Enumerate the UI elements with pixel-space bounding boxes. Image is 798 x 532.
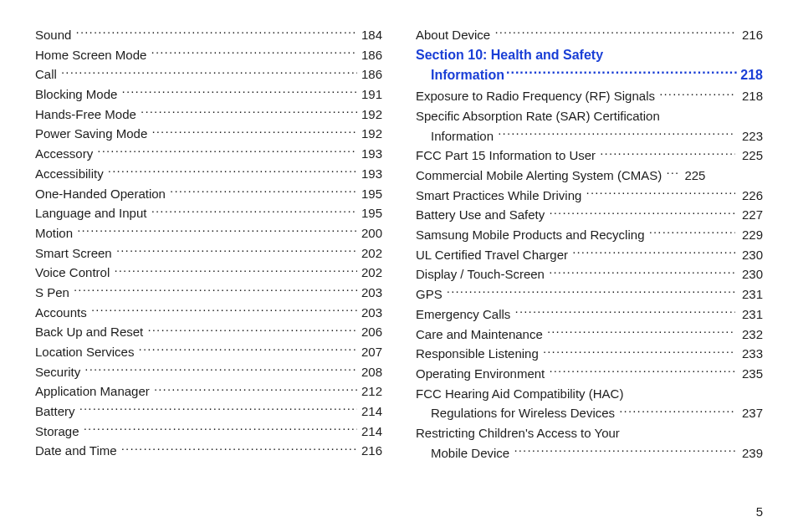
toc-entry[interactable]: Language and Input 195 — [35, 203, 382, 223]
toc-entry[interactable]: About Device 216 — [416, 25, 763, 45]
toc-entry-page: 226 — [736, 186, 763, 206]
toc-entry-label: Battery Use and Safety — [416, 205, 548, 225]
toc-entry[interactable]: Mobile Device 239 — [416, 443, 763, 463]
toc-entry[interactable]: Exposure to Radio Frequency (RF) Signals… — [416, 86, 763, 106]
section-header-line2[interactable]: Information 218 — [416, 65, 763, 86]
toc-entry-page: 230 — [736, 264, 763, 284]
toc-entry-page: 195 — [358, 184, 382, 204]
toc-entry[interactable]: One-Handed Operation 195 — [35, 184, 382, 204]
toc-entry-label: Voice Control — [35, 263, 113, 283]
page-number: 5 — [756, 504, 763, 519]
section-header-label: Information — [431, 65, 504, 86]
toc-entry-page: 231 — [736, 304, 763, 325]
toc-entry[interactable]: Information 223 — [416, 126, 763, 146]
toc-entry[interactable]: Accessory 193 — [35, 144, 382, 164]
toc-dots — [619, 405, 735, 417]
toc-dots — [141, 106, 357, 119]
toc-dots — [116, 245, 357, 258]
toc-dots — [170, 186, 357, 198]
toc-entry-page: 193 — [358, 164, 382, 184]
toc-entry-page: 230 — [736, 245, 763, 265]
toc-dots — [151, 47, 357, 59]
toc-entry-label: Responsible Listening — [416, 344, 542, 364]
toc-entry-page: 202 — [358, 243, 382, 263]
toc-entry-page: 214 — [358, 422, 382, 442]
toc-entry-label: Location Services — [35, 342, 138, 362]
toc-dots — [154, 383, 357, 396]
toc-entry-label: Emergency Calls — [416, 304, 514, 325]
toc-dots — [122, 86, 357, 99]
toc-entry[interactable]: Smart Practices While Driving 226 — [416, 186, 763, 206]
toc-entry[interactable]: Smart Screen 202 — [35, 243, 382, 263]
toc-entry-label: UL Certified Travel Charger — [416, 245, 571, 265]
toc-entry-label: Operating Environment — [416, 364, 548, 384]
toc-entry-label: Storage — [35, 422, 83, 442]
toc-dots — [547, 326, 735, 339]
section-header-dots — [506, 66, 739, 79]
toc-entry-label: Accessory — [35, 144, 96, 164]
section-header-line1[interactable]: Section 10: Health and Safety — [416, 45, 763, 66]
toc-entry-page: 232 — [736, 325, 763, 345]
toc-entry[interactable]: Commercial Mobile Alerting System (CMAS)… — [416, 166, 763, 186]
toc-entry[interactable]: Location Services 207 — [35, 342, 382, 362]
toc-entry-page: 216 — [736, 25, 763, 45]
toc-entry-page: 235 — [736, 364, 763, 384]
toc-entry[interactable]: Call 186 — [35, 64, 382, 84]
toc-entry[interactable]: S Pen 203 — [35, 283, 382, 303]
toc-entry[interactable]: Regulations for Wireless Devices 237 — [416, 403, 763, 423]
toc-entry[interactable]: Home Screen Mode 186 — [35, 45, 382, 65]
toc-entry[interactable]: Power Saving Mode 192 — [35, 124, 382, 144]
toc-dots — [121, 442, 357, 455]
toc-entry[interactable]: Samsung Mobile Products and Recycling 22… — [416, 225, 763, 245]
toc-entry-page: 203 — [358, 283, 382, 303]
toc-entry[interactable]: Responsible Listening 233 — [416, 344, 763, 364]
toc-entry[interactable]: Accounts 203 — [35, 303, 382, 323]
toc-entry[interactable]: Application Manager 212 — [35, 381, 382, 402]
toc-entry-label: Exposure to Radio Frequency (RF) Signals — [416, 86, 658, 106]
toc-entry[interactable]: Hands-Free Mode 192 — [35, 105, 382, 125]
toc-entry[interactable]: Accessibility 193 — [35, 164, 382, 184]
toc-entry[interactable]: Back Up and Reset 206 — [35, 322, 382, 342]
toc-dots — [84, 364, 357, 376]
toc-entry-page: 227 — [736, 205, 763, 225]
toc-entry[interactable]: Motion 200 — [35, 223, 382, 243]
toc-dots — [572, 247, 735, 259]
toc-dots — [514, 445, 735, 458]
toc-dots — [586, 187, 735, 200]
toc-entry[interactable]: UL Certified Travel Charger 230 — [416, 245, 763, 265]
toc-entry[interactable]: FCC Part 15 Information to User 225 — [416, 146, 763, 166]
toc-entry-page: 233 — [736, 344, 763, 364]
toc-entry[interactable]: Blocking Mode 191 — [35, 84, 382, 105]
toc-entry-label: Commercial Mobile Alerting System (CMAS) — [416, 166, 665, 186]
toc-entry-continuation: Specific Absorption Rate (SAR) Certifica… — [416, 106, 763, 126]
toc-dots — [61, 66, 357, 79]
toc-entry-label: About Device — [416, 25, 494, 45]
toc-entry[interactable]: Battery Use and Safety 227 — [416, 205, 763, 225]
toc-entry[interactable]: Operating Environment 235 — [416, 364, 763, 384]
toc-entry[interactable]: Voice Control 202 — [35, 263, 382, 283]
toc-entry[interactable]: GPS 231 — [416, 284, 763, 304]
toc-entry[interactable]: Storage 214 — [35, 422, 382, 442]
toc-entry-label: Language and Input — [35, 203, 151, 223]
toc-entry-label: Power Saving Mode — [35, 124, 151, 144]
toc-dots — [77, 225, 357, 238]
toc-entry[interactable]: Security 208 — [35, 362, 382, 382]
toc-entry-label: One-Handed Operation — [35, 184, 169, 204]
toc-entry-page: 202 — [358, 263, 382, 283]
toc-entry-page: 186 — [358, 45, 382, 65]
toc-entry-label: Date and Time — [35, 441, 120, 461]
toc-dots — [666, 167, 678, 180]
toc-entry-page: 192 — [358, 124, 382, 144]
toc-entry[interactable]: Battery 214 — [35, 402, 382, 422]
toc-entry[interactable]: Care and Maintenance 232 — [416, 325, 763, 345]
toc-entry-label: Accounts — [35, 303, 90, 323]
toc-entry[interactable]: Emergency Calls 231 — [416, 304, 763, 325]
toc-entry[interactable]: Sound 184 — [35, 25, 382, 45]
toc-dots — [549, 207, 735, 219]
toc-entry-page: 208 — [358, 362, 382, 382]
toc-dots — [151, 125, 357, 138]
toc-entry-page: 225 — [678, 166, 705, 186]
toc-entry[interactable]: Date and Time 216 — [35, 441, 382, 461]
toc-entry-label: Blocking Mode — [35, 84, 121, 105]
toc-entry[interactable]: Display / Touch-Screen 230 — [416, 264, 763, 284]
